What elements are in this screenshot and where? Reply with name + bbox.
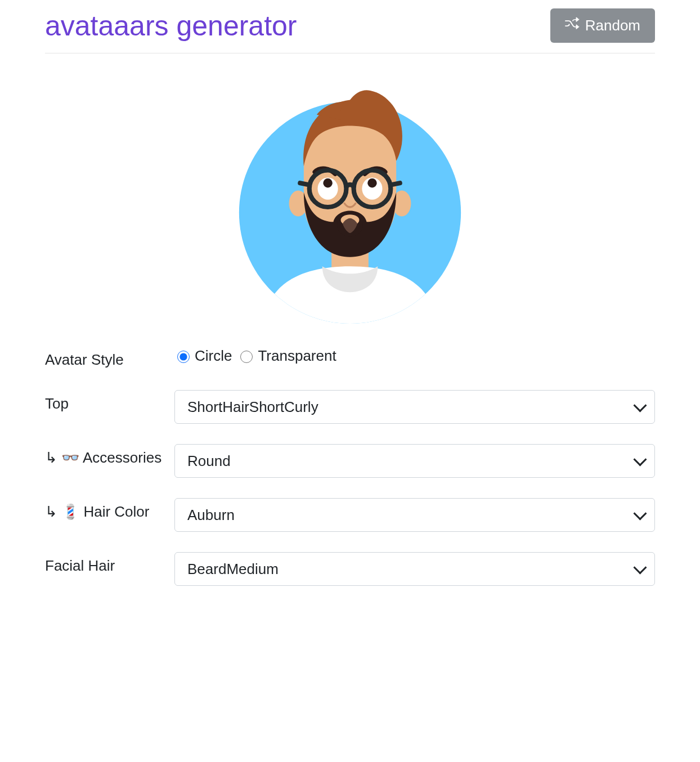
label-top: Top — [45, 390, 174, 414]
random-button[interactable]: Random — [550, 8, 655, 43]
app-container: avataaars generator Random — [0, 0, 700, 586]
select-top-wrap: ShortHairShortCurly — [174, 390, 655, 424]
label-avatar-style: Avatar Style — [45, 346, 174, 370]
svg-line-12 — [300, 183, 309, 185]
select-facial-hair[interactable]: BeardMedium — [174, 552, 655, 586]
avatar-preview — [45, 53, 655, 346]
random-button-label: Random — [585, 17, 640, 34]
radio-transparent[interactable]: Transparent — [237, 347, 336, 365]
svg-line-13 — [391, 183, 400, 185]
label-accessories: ↳ 👓 Accessories — [45, 444, 174, 468]
label-hair-color: ↳ 💈 Hair Color — [45, 498, 174, 522]
svg-point-9 — [367, 178, 376, 187]
select-accessories-wrap: Round — [174, 444, 655, 478]
row-facial-hair: Facial Hair BeardMedium — [45, 552, 655, 586]
shuffle-icon — [565, 16, 580, 35]
radio-circle-label: Circle — [195, 347, 232, 365]
select-accessories[interactable]: Round — [174, 444, 655, 478]
select-hair-color[interactable]: Auburn — [174, 498, 655, 532]
select-top[interactable]: ShortHairShortCurly — [174, 390, 655, 424]
radio-transparent-input[interactable] — [240, 351, 253, 363]
svg-point-8 — [323, 178, 332, 187]
label-facial-hair: Facial Hair — [45, 552, 174, 576]
row-accessories: ↳ 👓 Accessories Round — [45, 444, 655, 478]
radio-transparent-label: Transparent — [258, 347, 336, 365]
row-top: Top ShortHairShortCurly — [45, 390, 655, 424]
radio-circle[interactable]: Circle — [174, 347, 232, 365]
select-facial-hair-wrap: BeardMedium — [174, 552, 655, 586]
row-avatar-style: Avatar Style Circle Transparent — [45, 346, 655, 370]
page-title: avataaars generator — [45, 10, 297, 42]
select-hair-color-wrap: Auburn — [174, 498, 655, 532]
radio-circle-input[interactable] — [177, 351, 190, 363]
row-hair-color: ↳ 💈 Hair Color Auburn — [45, 498, 655, 532]
avatar-image — [221, 65, 479, 324]
avatar-style-options: Circle Transparent — [174, 346, 655, 365]
header: avataaars generator Random — [45, 8, 655, 53]
